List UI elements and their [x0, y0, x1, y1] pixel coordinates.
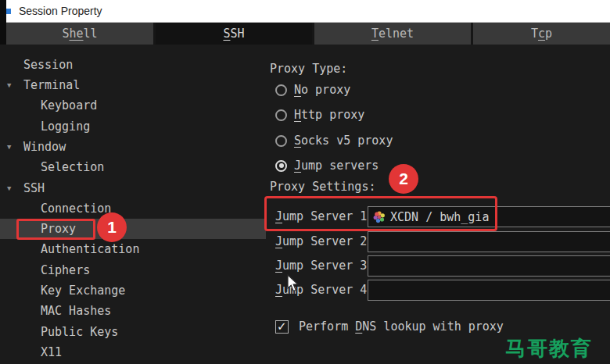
- jump-server-3-input[interactable]: [368, 255, 610, 277]
- jump-server-3-label: Jump Server 3:: [275, 258, 374, 273]
- expand-arrow-icon[interactable]: ▼: [7, 137, 11, 157]
- sidebar-item-window[interactable]: ▼Window: [0, 137, 266, 157]
- radio-icon[interactable]: [275, 84, 287, 96]
- dialog-title: Session Property: [19, 0, 102, 23]
- watermark-text: 马哥教育: [505, 335, 593, 362]
- tab-shell[interactable]: Shell: [6, 23, 153, 45]
- sidebar-item-key-exchange[interactable]: Key Exchange: [0, 280, 266, 301]
- sidebar-item-logging[interactable]: Logging: [0, 116, 266, 137]
- sidebar-item-ssh[interactable]: ▼SSH: [0, 178, 266, 198]
- sidebar-item-mac-hashes[interactable]: MAC Hashes: [0, 301, 266, 321]
- proxy-type-label: Proxy Type:: [270, 61, 347, 77]
- tab-bar: Shell SSH Telnet Tcp: [0, 23, 610, 45]
- title-bar: Session Property: [0, 0, 610, 23]
- dns-lookup-checkbox-row[interactable]: ✓ Perform DNS lookup with proxy: [275, 318, 504, 335]
- expand-arrow-icon[interactable]: ▼: [7, 178, 11, 198]
- session-property-dialog: Session Property Shell SSH Telnet Tcp Se…: [0, 0, 610, 364]
- radio-selected-icon[interactable]: [275, 160, 287, 172]
- radio-jump-servers[interactable]: Jump servers: [275, 158, 379, 173]
- tab-ssh[interactable]: SSH: [156, 23, 312, 45]
- tab-tcp[interactable]: Tcp: [473, 23, 610, 45]
- annotation-rect-proxy: [16, 219, 95, 240]
- annotation-rect-jump-server-1: [264, 196, 497, 231]
- expand-arrow-icon[interactable]: ▼: [7, 75, 11, 95]
- radio-socks-v5-proxy[interactable]: Socks v5 proxy: [275, 133, 393, 148]
- sidebar-item-public-keys[interactable]: Public Keys: [0, 322, 266, 342]
- radio-icon[interactable]: [275, 109, 287, 121]
- jump-server-4-input[interactable]: [368, 280, 610, 301]
- sidebar-item-keyboard[interactable]: Keyboard: [0, 95, 266, 116]
- proxy-settings-label: Proxy Settings:: [270, 179, 375, 194]
- mouse-cursor: [287, 274, 300, 292]
- sidebar-item-terminal[interactable]: ▼Terminal: [0, 75, 266, 95]
- radio-no-proxy[interactable]: No proxy: [275, 82, 350, 98]
- annotation-badge-2: 2: [389, 164, 418, 194]
- radio-http-proxy[interactable]: Http proxy: [275, 107, 364, 123]
- radio-icon[interactable]: [275, 135, 287, 147]
- sidebar-item-session[interactable]: Session: [0, 55, 266, 75]
- window-edge-strip: [0, 0, 6, 45]
- sidebar-item-authentication[interactable]: Authentication: [0, 239, 266, 259]
- sidebar-item-x11[interactable]: X11: [0, 342, 266, 362]
- app-icon: [5, 9, 11, 14]
- checkbox-checked-icon[interactable]: ✓: [275, 320, 289, 334]
- sidebar-item-selection[interactable]: Selection: [0, 157, 266, 177]
- annotation-badge-1: 1: [97, 212, 127, 242]
- jump-server-2-label: Jump Server 2:: [275, 234, 374, 249]
- jump-server-2-input[interactable]: [368, 231, 610, 252]
- sidebar-item-ciphers[interactable]: Ciphers: [0, 260, 266, 280]
- sidebar-item-connection[interactable]: Connection: [0, 198, 266, 219]
- tab-telnet[interactable]: Telnet: [314, 23, 471, 45]
